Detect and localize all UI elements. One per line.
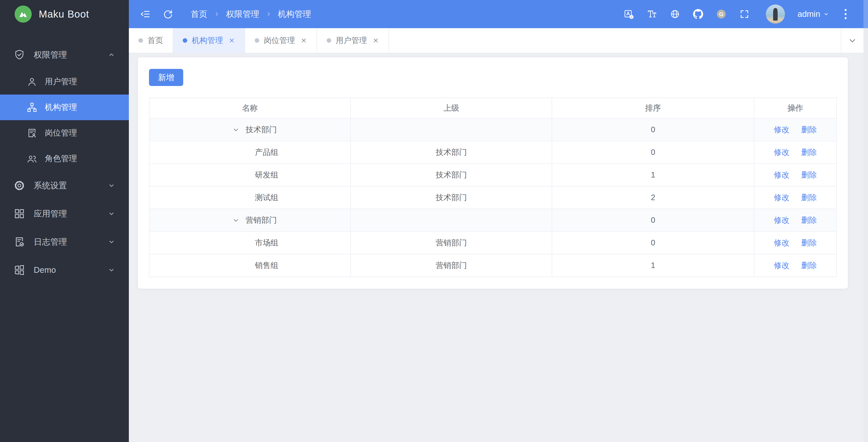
tabbar: 首页 机构管理 岗位管理 用户管理 — [129, 28, 864, 53]
delete-link[interactable]: 删除 — [801, 148, 817, 157]
tab-label: 首页 — [148, 35, 163, 46]
table-row[interactable]: 技术部门 0 修改 删除 — [149, 118, 837, 141]
chevron-up-icon — [108, 51, 115, 59]
globe-icon[interactable] — [670, 9, 680, 20]
topbar-right: G admin — [623, 4, 857, 24]
org-sort: 0 — [552, 141, 754, 164]
tab-actions-button[interactable] — [841, 28, 864, 53]
username-label: admin — [798, 9, 820, 19]
breadcrumb-home[interactable]: 首页 — [191, 8, 207, 20]
scrollbar[interactable] — [864, 28, 868, 442]
demo-grid-icon — [13, 264, 25, 276]
sidebar-item-roles[interactable]: 角色管理 — [0, 146, 129, 171]
refresh-icon[interactable] — [162, 9, 173, 20]
main-area: 首页 权限管理 机构管理 — [129, 0, 868, 442]
sidebar-item-users[interactable]: 用户管理 — [0, 69, 129, 95]
tab-dot — [255, 38, 259, 43]
sidebar-item-log-management[interactable]: 日志管理 — [0, 228, 129, 256]
tab-label: 用户管理 — [336, 35, 367, 46]
user-menu[interactable]: admin — [798, 9, 829, 19]
delete-link[interactable]: 删除 — [801, 216, 817, 225]
org-name: 研发组 — [255, 170, 278, 179]
org-parent: 营销部门 — [350, 254, 552, 277]
add-button[interactable]: 新增 — [149, 69, 183, 86]
logo-mountain-icon — [14, 5, 32, 23]
org-table: 名称 上级 排序 操作 技术部门 0 修改 删除 产品组 — [149, 98, 837, 277]
org-sort: 2 — [552, 186, 754, 209]
chevron-down-icon — [848, 36, 857, 45]
delete-link[interactable]: 删除 — [801, 193, 817, 202]
close-icon[interactable] — [228, 37, 235, 44]
sidebar-item-posts[interactable]: 岗位管理 — [0, 120, 129, 146]
translate-icon[interactable] — [623, 9, 634, 20]
org-parent: 营销部门 — [350, 232, 552, 254]
table-row[interactable]: 市场组 营销部门 0 修改 删除 — [149, 232, 837, 254]
sidebar: Maku Boot 权限管理 用户管理 机构管理 — [0, 0, 129, 442]
table-row[interactable]: 测试组 技术部门 2 修改 删除 — [149, 186, 837, 209]
sidebar-item-demo[interactable]: Demo — [0, 256, 129, 284]
table-row[interactable]: 产品组 技术部门 0 修改 删除 — [149, 141, 837, 164]
svg-text:G: G — [719, 11, 723, 18]
tab-orgs[interactable]: 机构管理 — [173, 28, 245, 53]
more-menu-icon[interactable] — [842, 8, 849, 20]
chevron-down-icon — [108, 238, 115, 246]
org-sort: 0 — [552, 232, 754, 254]
edit-link[interactable]: 修改 — [774, 216, 789, 225]
tab-home[interactable]: 首页 — [129, 28, 173, 53]
delete-link[interactable]: 删除 — [801, 170, 817, 179]
edit-link[interactable]: 修改 — [774, 238, 789, 247]
close-icon[interactable] — [372, 37, 379, 44]
org-sort: 1 — [552, 164, 754, 186]
table-row[interactable]: 销售组 营销部门 1 修改 删除 — [149, 254, 837, 277]
sidebar-item-label: 岗位管理 — [45, 128, 77, 139]
sidebar-menu: 权限管理 用户管理 机构管理 岗位管理 — [0, 28, 129, 284]
table-row[interactable]: 研发组 技术部门 1 修改 删除 — [149, 164, 837, 186]
roles-people-icon — [27, 154, 37, 164]
collapse-menu-icon[interactable] — [140, 9, 151, 20]
close-icon[interactable] — [301, 37, 307, 44]
fullscreen-icon[interactable] — [739, 9, 750, 20]
expand-icon[interactable] — [232, 217, 239, 224]
tab-label: 机构管理 — [192, 35, 223, 46]
table-header-row: 名称 上级 排序 操作 — [149, 98, 837, 118]
delete-link[interactable]: 删除 — [801, 238, 817, 247]
delete-link[interactable]: 删除 — [801, 125, 817, 134]
edit-link[interactable]: 修改 — [774, 170, 789, 179]
delete-link[interactable]: 删除 — [801, 261, 817, 270]
tab-label: 岗位管理 — [264, 35, 295, 46]
font-size-icon[interactable] — [647, 9, 657, 20]
table-row[interactable]: 营销部门 0 修改 删除 — [149, 209, 837, 232]
app-root: Maku Boot 权限管理 用户管理 机构管理 — [0, 0, 868, 442]
sidebar-item-app-management[interactable]: 应用管理 — [0, 200, 129, 228]
sidebar-item-permission[interactable]: 权限管理 — [0, 41, 129, 69]
shield-check-icon — [13, 49, 25, 61]
sidebar-item-label: Demo — [34, 265, 99, 275]
edit-link[interactable]: 修改 — [774, 125, 789, 134]
expand-icon[interactable] — [232, 126, 239, 133]
column-header-parent: 上级 — [350, 98, 552, 118]
column-header-sort: 排序 — [552, 98, 754, 118]
edit-link[interactable]: 修改 — [774, 193, 789, 202]
gitee-icon[interactable]: G — [716, 9, 726, 20]
tab-users[interactable]: 用户管理 — [317, 28, 389, 53]
org-name: 产品组 — [255, 148, 278, 157]
chevron-down-icon — [108, 210, 115, 217]
edit-link[interactable]: 修改 — [774, 261, 789, 270]
breadcrumb-permission[interactable]: 权限管理 — [226, 8, 259, 20]
topbar-left: 首页 权限管理 机构管理 — [140, 8, 311, 20]
chevron-down-icon — [108, 266, 115, 274]
org-sort: 1 — [552, 254, 754, 277]
breadcrumb: 首页 权限管理 机构管理 — [191, 8, 311, 20]
avatar[interactable] — [766, 4, 785, 24]
chevron-down-icon — [823, 11, 829, 17]
github-icon[interactable] — [693, 9, 704, 20]
org-parent — [350, 209, 552, 232]
org-parent — [350, 118, 552, 141]
chevron-right-icon — [266, 11, 271, 17]
sidebar-item-orgs[interactable]: 机构管理 — [0, 95, 129, 120]
topbar: 首页 权限管理 机构管理 — [129, 0, 868, 28]
tab-posts[interactable]: 岗位管理 — [245, 28, 317, 53]
sidebar-item-system-settings[interactable]: 系统设置 — [0, 171, 129, 200]
breadcrumb-current: 机构管理 — [278, 8, 311, 20]
edit-link[interactable]: 修改 — [774, 148, 789, 157]
